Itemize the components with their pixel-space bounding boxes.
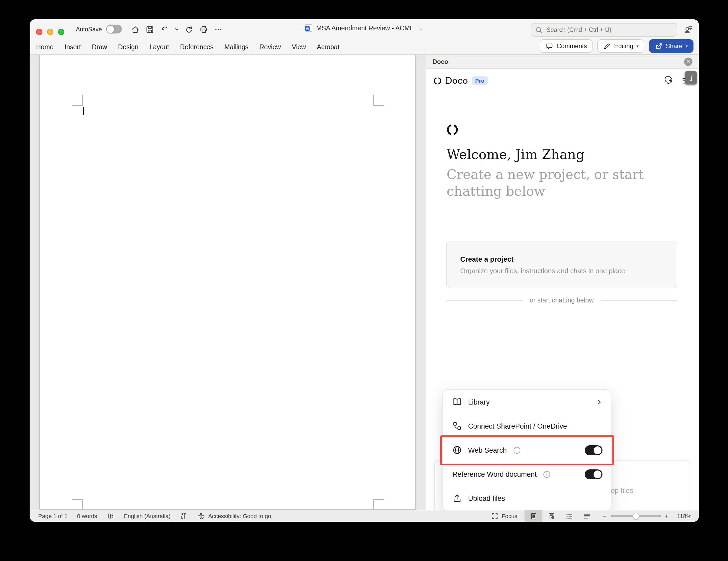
info-circle-icon[interactable]: [543, 470, 551, 478]
share-button[interactable]: Share ▾: [649, 39, 693, 53]
divider-line: [446, 300, 522, 301]
zoom-percentage[interactable]: 118%: [674, 513, 691, 519]
accessibility-status[interactable]: Accessibility: Good to go: [197, 512, 271, 520]
attach-tools-menu: Library Connect SharePoint / OneDrive We…: [442, 389, 611, 510]
zoom-window-button[interactable]: [58, 29, 64, 35]
document-title[interactable]: MSA Amendment Review - ACME: [316, 24, 414, 32]
status-bar: Page 1 of 1 0 words English (Australia) …: [30, 510, 699, 522]
new-chat-icon[interactable]: [665, 76, 675, 86]
info-circle-icon[interactable]: [513, 446, 521, 454]
autosave-toggle[interactable]: [106, 25, 122, 33]
divider-line: [601, 300, 677, 301]
zoom-slider-thumb[interactable]: [632, 513, 639, 519]
zoom-in-icon[interactable]: +: [665, 513, 668, 519]
menu-item-web-search[interactable]: Web Search: [443, 438, 611, 462]
tab-layout[interactable]: Layout: [149, 43, 169, 51]
tab-draw[interactable]: Draw: [92, 43, 107, 51]
autosave-control[interactable]: AutoSave: [76, 25, 122, 33]
proofing-icon[interactable]: [107, 512, 115, 520]
reference-word-document-toggle[interactable]: [585, 469, 602, 479]
crop-mark-top-left-h: [72, 105, 83, 106]
print-layout-view-button[interactable]: [525, 510, 542, 522]
text-input-icon[interactable]: [180, 512, 188, 520]
main-content: Doco ✕ Doco Pro i: [30, 55, 699, 510]
web-search-toggle[interactable]: [585, 445, 602, 455]
undo-dropdown-chevron-icon[interactable]: [174, 25, 179, 34]
tab-acrobat[interactable]: Acrobat: [317, 43, 339, 51]
draft-view-button[interactable]: [578, 510, 596, 522]
word-count[interactable]: 0 words: [77, 513, 97, 519]
autosave-label: AutoSave: [76, 26, 102, 32]
share-label: Share: [666, 42, 683, 50]
ribbon-tabs: Home Insert Draw Design Layout Reference…: [36, 40, 339, 54]
web-layout-view-button[interactable]: [542, 510, 560, 522]
focus-button[interactable]: Focus: [491, 512, 517, 520]
menu-item-upload-files[interactable]: Upload files: [443, 486, 611, 510]
menu-label: Reference Word document: [452, 470, 537, 478]
or-divider: or start chatting below: [446, 297, 677, 304]
document-area[interactable]: [30, 55, 426, 510]
welcome-title: Welcome, Jim Zhang: [447, 147, 678, 162]
feedback-icon[interactable]: [683, 24, 694, 36]
tab-view[interactable]: View: [292, 43, 306, 51]
pencil-icon: [603, 42, 611, 50]
search-bar[interactable]: [531, 23, 677, 37]
tab-mailings[interactable]: Mailings: [224, 43, 248, 51]
tab-design[interactable]: Design: [118, 43, 139, 51]
print-icon[interactable]: [199, 25, 208, 34]
home-icon[interactable]: [130, 25, 140, 34]
menu-label: Library: [468, 398, 490, 406]
zoom-control: − +: [603, 513, 668, 519]
tab-insert[interactable]: Insert: [65, 43, 81, 51]
text-cursor: [83, 107, 84, 115]
zoom-slider[interactable]: [611, 515, 661, 517]
doco-mark-icon: [447, 124, 458, 135]
quick-access-toolbar: [130, 25, 223, 34]
create-project-title: Create a project: [460, 255, 663, 263]
outline-view-button[interactable]: [560, 510, 578, 522]
redo-icon[interactable]: [184, 25, 194, 34]
menu-item-reference-word-document[interactable]: Reference Word document: [443, 462, 611, 486]
titlebar: AutoSave MSA Amendment Review - ACME ⌄: [30, 19, 699, 55]
header-actions: Comments Editing ▾ Share ▾: [540, 39, 693, 53]
share-icon: [655, 42, 663, 50]
accessibility-label: Accessibility: Good to go: [208, 513, 271, 519]
crop-mark-bottom-left-v: [82, 499, 83, 510]
menu-item-library[interactable]: Library: [443, 390, 611, 414]
undo-icon[interactable]: [160, 25, 169, 34]
title-chevron-down-icon[interactable]: ⌄: [419, 25, 423, 31]
page-count[interactable]: Page 1 of 1: [38, 513, 68, 519]
zoom-out-icon[interactable]: −: [603, 513, 606, 519]
tab-home[interactable]: Home: [36, 43, 54, 51]
comments-label: Comments: [556, 42, 587, 50]
crop-mark-bottom-right-h: [373, 499, 384, 500]
tab-references[interactable]: References: [180, 43, 213, 51]
create-project-subtitle: Organize your files, instructions and ch…: [460, 267, 663, 275]
more-commands-icon[interactable]: [213, 25, 223, 34]
minimize-window-button[interactable]: [47, 29, 53, 35]
welcome-subtitle: Create a new project, or start chatting …: [447, 166, 678, 199]
panel-header: Doco ✕: [426, 55, 699, 69]
doco-panel: Doco ✕ Doco Pro i: [426, 55, 699, 510]
document-page[interactable]: [39, 55, 416, 510]
doco-logo: Doco Pro: [434, 75, 488, 86]
close-panel-icon[interactable]: ✕: [684, 57, 692, 66]
info-tooltip-badge[interactable]: i: [685, 71, 697, 85]
tab-review[interactable]: Review: [259, 43, 281, 51]
editing-mode-button[interactable]: Editing ▾: [597, 39, 644, 53]
menu-item-connect-sharepoint[interactable]: Connect SharePoint / OneDrive: [443, 414, 611, 438]
accessibility-icon: [197, 512, 205, 520]
language-status[interactable]: English (Australia): [124, 513, 171, 519]
panel-title: Doco: [433, 58, 448, 65]
editing-chevron-down-icon: ▾: [636, 44, 639, 48]
brand-row: Doco Pro: [426, 69, 699, 93]
create-project-card[interactable]: Create a project Organize your files, in…: [446, 241, 677, 289]
globe-icon: [452, 445, 462, 455]
comments-button[interactable]: Comments: [540, 39, 593, 53]
close-window-button[interactable]: [36, 29, 42, 35]
crop-mark-bottom-right-v: [373, 499, 374, 510]
search-input[interactable]: [545, 26, 673, 33]
save-icon[interactable]: [145, 25, 154, 34]
welcome-block: Welcome, Jim Zhang Create a new project,…: [426, 93, 699, 199]
chat-placeholder-fragment: op files: [611, 487, 633, 495]
